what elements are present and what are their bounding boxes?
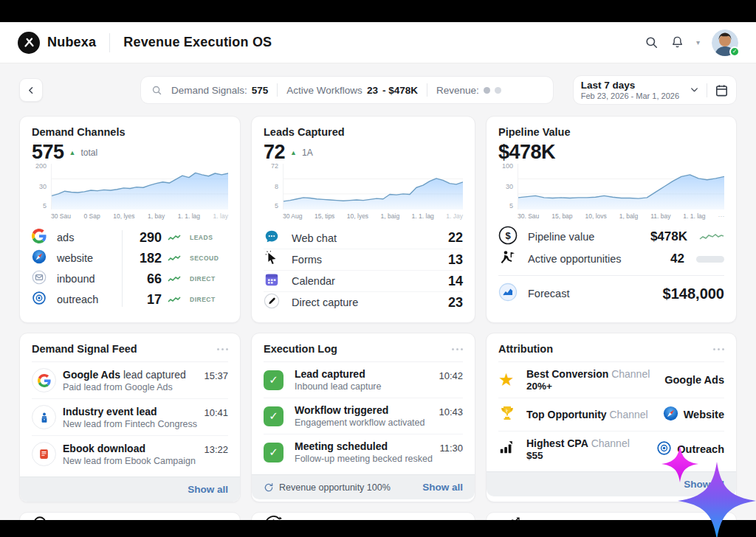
chevron-down-icon [690, 85, 699, 96]
page-title: Revenue Execution OS [123, 35, 272, 50]
feed-item-ebook-download[interactable]: Ebook download New lead from Ebook Campa… [32, 435, 228, 472]
date-range-dropdown[interactable]: Last 7 days Feb 23, 2026 - Mar 1, 2026 [581, 80, 699, 100]
log-item-lead-captured[interactable]: ✓ Lead captured Inbound lead capture 10:… [264, 361, 463, 398]
timestamp: 10:41 [204, 405, 228, 418]
stat-execution-integrity[interactable]: Execution Integrity 98% [251, 512, 475, 520]
calendar-icon [264, 271, 286, 291]
website-compass-icon [32, 249, 51, 267]
pen-icon [264, 293, 286, 312]
card-title: Attribution [498, 343, 553, 355]
app-header: Nubexa Revenue Execution OS ▾ ✓ [0, 22, 756, 63]
pipeline-value-row[interactable]: $ Pipeline value $478K [498, 226, 724, 248]
channel-row-website[interactable]: website 182 SECOUD [32, 248, 228, 268]
money-chart-icon: $ [498, 515, 520, 521]
feed-item-google-ads[interactable]: Google Ads lead captured Paid lead from … [32, 361, 228, 398]
checkbox-checked-icon[interactable]: ✓ [264, 406, 284, 426]
timestamp: 15:37 [204, 368, 228, 381]
attribution-best-conversion[interactable]: ★ Best Conversion Channel 20%+ Google Ad… [498, 361, 724, 398]
channel-row-outreach[interactable]: outreach 17 DIRECT [32, 289, 228, 310]
google-icon [32, 368, 56, 392]
header-divider [109, 33, 110, 52]
date-range-label: Last 7 days [581, 80, 679, 91]
ebook-document-icon [32, 442, 56, 466]
timestamp: 13:22 [204, 442, 228, 455]
calendar-icon[interactable] [707, 83, 729, 97]
metric-total-signals: 575 [32, 141, 64, 164]
revenue-opportunity-note: Revenue opportunity 100% [264, 482, 391, 493]
progress-bar [696, 256, 724, 263]
brand-name: Nubexa [47, 35, 96, 50]
show-all-link[interactable]: Show all [188, 484, 228, 495]
card-demand-signal-feed: Demand Signal Feed Google Ads lead captu… [19, 333, 241, 502]
timestamp: 11:30 [439, 440, 463, 454]
kpi-summary-pill[interactable]: Demand Signals:575 Active Workflows23- $… [140, 76, 554, 104]
card-title: Demand Signal Feed [32, 343, 137, 355]
revenue-dot-icon [495, 87, 501, 94]
trend-up-icon: ▲ [290, 149, 297, 156]
card-execution-log: Execution Log ✓ Lead captured Inbound le… [251, 333, 475, 502]
show-all-link[interactable]: Show all [422, 482, 463, 493]
sparkline-icon [168, 275, 184, 283]
bottom-letterbox-bar [0, 520, 756, 537]
stat-revenue-accountability[interactable]: $ Revenue Accountability 98% [486, 512, 737, 520]
show-all-link[interactable]: Show all [684, 479, 724, 490]
more-menu-icon[interactable] [217, 345, 228, 353]
top-letterbox-bar [0, 0, 756, 22]
lead-source-direct-capture[interactable]: Direct capture 23 [264, 291, 463, 313]
svg-text:$: $ [505, 230, 511, 241]
podium-speaker-icon [32, 405, 56, 429]
back-button[interactable] [19, 78, 43, 102]
card-pipeline-value: Pipeline Value $478K 100 30 5 30. Sau 15… [486, 116, 737, 323]
timestamp: 10:43 [439, 404, 463, 418]
more-menu-icon[interactable] [713, 345, 724, 353]
person-climb-icon [498, 249, 522, 269]
user-avatar[interactable]: ✓ [712, 30, 738, 56]
pipeline-value-chart: 100 30 5 [498, 164, 724, 209]
attribution-top-opportunity[interactable]: Top Opportunity Channel Website [498, 398, 724, 431]
channel-row-ads[interactable]: ads 290 LEADS [32, 227, 228, 248]
lead-source-forms[interactable]: Forms 13 [264, 249, 463, 270]
metric-leads: 72 [264, 141, 285, 164]
web-chat-icon [264, 229, 286, 248]
log-item-meeting-scheduled[interactable]: ✓ Meeting scheduled Follow-up meeting be… [264, 434, 463, 470]
card-title: Leads Captured [264, 126, 463, 138]
search-icon [151, 85, 162, 96]
sparkline-icon [699, 232, 724, 241]
checkbox-checked-icon[interactable]: ✓ [264, 443, 284, 462]
magnifier-check-icon [32, 515, 51, 521]
nubexa-logo-icon [18, 32, 40, 54]
sparkline-icon [168, 254, 184, 263]
more-menu-icon[interactable] [452, 345, 463, 353]
revenue-dot-icon [484, 87, 490, 94]
bar-chart-icon [498, 440, 526, 459]
stats-toolbar: Demand Signals:575 Active Workflows23- $… [0, 63, 756, 105]
gear-sync-icon [264, 514, 284, 520]
refresh-icon [264, 482, 274, 493]
lead-source-calendar[interactable]: Calendar 14 [264, 270, 463, 291]
channel-row-inbound[interactable]: inbound 66 DIRECT [32, 268, 228, 289]
active-opportunities-row[interactable]: Active opportunities 42 [498, 248, 724, 270]
stat-traceability[interactable]: Traceability 100% [19, 512, 241, 520]
chevron-down-icon[interactable]: ▾ [696, 38, 700, 46]
card-title: Pipeline Value [498, 126, 724, 138]
sparkline-icon [168, 296, 184, 304]
forecast-chart-icon [498, 283, 522, 305]
log-item-workflow-triggered[interactable]: ✓ Workflow triggered Engagement workflow… [264, 398, 463, 434]
attribution-value: Google Ads [664, 374, 724, 386]
cards-grid: Demand Channels 575 ▲ total 200 30 5 30 … [0, 105, 756, 520]
feed-item-industry-event[interactable]: Industry event lead New lead from Fintec… [32, 398, 228, 435]
metric-pipeline-value: $478K [498, 141, 555, 164]
card-attribution: Attribution ★ Best Conversion Channel 20… [486, 333, 737, 502]
trophy-icon [498, 404, 526, 425]
forecast-row[interactable]: Forecast $148,000 [498, 275, 724, 297]
search-icon[interactable] [645, 35, 659, 49]
kpi-revenue: Revenue: [436, 85, 501, 96]
attribution-highest-cpa[interactable]: Highest CPA Channel $55 Outreach [498, 431, 724, 467]
inbound-mail-icon [32, 270, 51, 288]
date-range-control: Last 7 days Feb 23, 2026 - Mar 1, 2026 [573, 75, 737, 105]
lead-source-web-chat[interactable]: Web chat 22 [264, 227, 463, 249]
demand-channels-chart: 200 30 5 [32, 164, 228, 209]
checkbox-checked-icon[interactable]: ✓ [264, 370, 284, 390]
star-icon: ★ [498, 371, 526, 389]
notifications-bell-icon[interactable] [670, 35, 684, 49]
